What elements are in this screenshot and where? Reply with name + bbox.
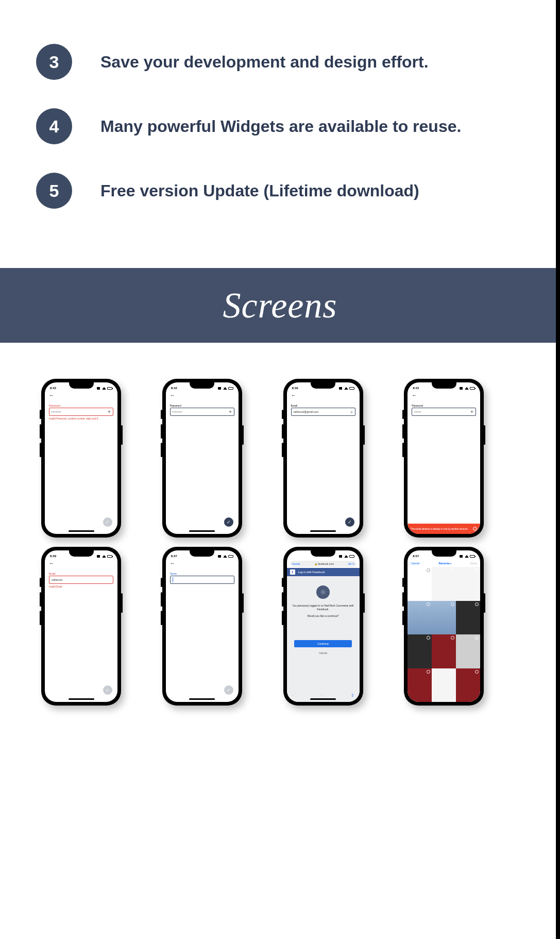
field-value: ratharvod@gmail.com bbox=[294, 410, 319, 413]
phone-mockup: 8:57 Cancel Recents▾ Done bbox=[404, 547, 484, 706]
phone-mockup: 8:42 ← Password ••••••• 👁 ✓ bbox=[162, 379, 242, 538]
next-fab[interactable]: ✓ bbox=[224, 517, 233, 527]
error-toast: The email address is already in use by a… bbox=[408, 524, 480, 534]
photo-cell[interactable] bbox=[456, 634, 480, 668]
battery-icon bbox=[470, 387, 475, 390]
photo-cell[interactable] bbox=[408, 567, 432, 601]
browser-toolbar: ‹ › ⇪ bbox=[287, 693, 360, 698]
screenshots-grid: 8:42 ← Password ••••••• 👁 Invalid Passwo… bbox=[0, 343, 560, 726]
eye-icon[interactable]: 👁 bbox=[108, 410, 111, 413]
clear-icon[interactable]: ✕ bbox=[350, 410, 353, 414]
password-field[interactable]: ••••• 👁 bbox=[412, 408, 476, 416]
back-icon[interactable]: ‹ bbox=[292, 693, 294, 698]
field-value: ••••••• bbox=[173, 410, 182, 413]
signal-icon bbox=[460, 387, 464, 390]
share-icon[interactable]: ⇪ bbox=[351, 693, 354, 698]
next-fab[interactable]: ✓ bbox=[103, 517, 112, 527]
battery-icon bbox=[107, 387, 112, 390]
forward-icon[interactable]: › bbox=[321, 693, 323, 698]
next-fab[interactable]: ✓ bbox=[224, 685, 233, 695]
battery-icon bbox=[349, 387, 354, 390]
photo-cell[interactable] bbox=[432, 634, 456, 668]
back-icon[interactable]: ← bbox=[412, 393, 417, 398]
battery-icon bbox=[228, 555, 233, 558]
photo-cell[interactable] bbox=[408, 668, 432, 702]
reload-icon[interactable]: ↻ bbox=[352, 562, 354, 565]
home-indicator bbox=[189, 698, 215, 700]
feature-row: 3 Save your development and design effor… bbox=[36, 44, 529, 80]
feature-row: 4 Many powerful Widgets are available to… bbox=[36, 108, 529, 144]
status-time: 8:42 bbox=[171, 387, 177, 390]
photo-cell[interactable] bbox=[408, 634, 432, 668]
photo-cell[interactable] bbox=[432, 601, 456, 635]
phone-mockup: 8:42 ← Password ••••• 👁 The email addres… bbox=[404, 379, 484, 538]
signal-icon bbox=[460, 555, 464, 558]
battery-icon bbox=[107, 555, 112, 558]
password-field[interactable]: ••••••• 👁 bbox=[170, 408, 234, 416]
photo-cell[interactable] bbox=[408, 601, 432, 635]
field-value: ••••••• bbox=[52, 410, 61, 413]
field-label: Password bbox=[170, 404, 234, 407]
back-icon[interactable]: ← bbox=[170, 393, 175, 398]
photo-cell[interactable] bbox=[432, 567, 456, 601]
name-field[interactable] bbox=[170, 576, 234, 584]
photo-grid bbox=[408, 567, 480, 702]
feature-text: Save your development and design effort. bbox=[100, 53, 429, 72]
phone-mockup: 8:42 ← Password ••••••• 👁 Invalid Passwo… bbox=[41, 379, 121, 538]
back-icon[interactable]: ← bbox=[49, 393, 54, 398]
email-field[interactable]: ratharvod bbox=[49, 576, 113, 584]
feature-text: Free version Update (Lifetime download) bbox=[100, 181, 419, 200]
email-field[interactable]: ratharvod@gmail.com ✕ bbox=[291, 408, 355, 416]
status-time: 8:42 bbox=[413, 387, 419, 390]
photo-cell[interactable] bbox=[456, 601, 480, 635]
field-value: ratharvod bbox=[52, 578, 62, 581]
back-icon[interactable]: ← bbox=[49, 561, 54, 566]
field-value: ••••• bbox=[414, 410, 421, 413]
eye-icon[interactable]: 👁 bbox=[470, 410, 473, 413]
info-icon: i bbox=[473, 527, 477, 531]
facebook-header: f Log in with Facebook bbox=[287, 568, 360, 576]
signal-icon bbox=[97, 555, 101, 558]
feature-number-badge: 3 bbox=[36, 44, 72, 80]
wifi-icon bbox=[102, 387, 106, 390]
url-actions: AA ↻ bbox=[348, 562, 354, 565]
photo-cell[interactable] bbox=[456, 668, 480, 702]
right-black-stripe bbox=[556, 0, 560, 939]
done-button[interactable]: Done bbox=[470, 562, 477, 565]
url-domain: 🔒 facebook.com bbox=[314, 562, 334, 565]
signal-icon bbox=[339, 555, 343, 558]
section-header-band: Screens bbox=[0, 268, 560, 343]
battery-icon bbox=[470, 555, 475, 558]
text-size-icon[interactable]: AA bbox=[348, 562, 351, 565]
back-icon[interactable]: ← bbox=[291, 393, 296, 398]
wifi-icon bbox=[223, 387, 227, 390]
picker-header: Cancel Recents▾ Done bbox=[408, 560, 480, 567]
cancel-button[interactable]: Cancel bbox=[319, 651, 327, 655]
photo-cell[interactable] bbox=[432, 668, 456, 702]
back-icon[interactable]: ← bbox=[170, 561, 175, 566]
password-field[interactable]: ••••••• 👁 bbox=[49, 408, 113, 416]
wifi-icon bbox=[102, 555, 106, 558]
continue-button[interactable]: Continue bbox=[294, 640, 351, 647]
feature-row: 5 Free version Update (Lifetime download… bbox=[36, 173, 529, 209]
next-fab[interactable]: ✓ bbox=[345, 517, 354, 527]
status-time: 8:57 bbox=[413, 555, 419, 558]
photo-cell[interactable] bbox=[456, 567, 480, 601]
eye-icon[interactable]: 👁 bbox=[229, 410, 232, 413]
cancel-button[interactable]: Cancel bbox=[411, 562, 419, 565]
battery-icon bbox=[228, 387, 233, 390]
home-indicator bbox=[69, 530, 94, 532]
signal-icon bbox=[339, 387, 343, 390]
phone-mockup: 8:37 ← Name ✓ bbox=[162, 547, 242, 706]
cancel-link[interactable]: Cancel bbox=[292, 562, 300, 565]
wifi-icon bbox=[465, 387, 469, 390]
picker-title[interactable]: Recents▾ bbox=[439, 562, 451, 565]
section-title: Screens bbox=[223, 285, 337, 326]
field-label: Email bbox=[49, 572, 113, 575]
browser-url-bar[interactable]: Cancel 🔒 facebook.com AA ↻ bbox=[290, 561, 357, 567]
facebook-logo-icon: f bbox=[290, 569, 295, 575]
signal-icon bbox=[218, 555, 222, 558]
next-fab[interactable]: ✓ bbox=[103, 685, 112, 695]
status-time: 8:39 bbox=[50, 555, 56, 558]
home-indicator bbox=[310, 698, 336, 700]
